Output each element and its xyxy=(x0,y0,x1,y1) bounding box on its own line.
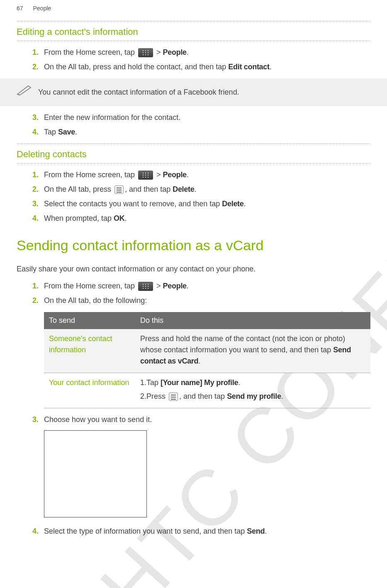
text: Tap xyxy=(44,128,58,136)
steps-vcard: 1. From the Home screen, tap > People. 2… xyxy=(32,281,370,537)
step-body: Choose how you want to send it. xyxy=(44,414,370,522)
text: . xyxy=(244,200,246,208)
step-number: 1. xyxy=(32,281,44,292)
text: From the Home screen, tap xyxy=(44,48,137,56)
text: From the Home screen, tap xyxy=(44,282,137,290)
text-bold: People xyxy=(163,48,187,56)
text: > xyxy=(154,48,163,56)
step: 3. Enter the new information for the con… xyxy=(32,112,370,123)
text-bold: Send xyxy=(247,527,265,535)
step-body: Tap Save. xyxy=(44,127,370,138)
steps-editing-cont: 3. Enter the new information for the con… xyxy=(32,112,370,138)
text: Press , and then tap Send my profile. xyxy=(146,391,283,402)
text-bold: Edit contact xyxy=(228,63,269,71)
text: . xyxy=(187,282,189,290)
screenshot-placeholder xyxy=(44,430,147,517)
step-number: 3. xyxy=(32,198,44,210)
step-number: 4. xyxy=(32,127,44,138)
table-header: To send xyxy=(44,312,135,329)
step-body: On the All tab, press and hold the conta… xyxy=(44,61,370,73)
text: > xyxy=(154,171,163,179)
text: . xyxy=(270,63,272,71)
text-bold: Send my profile xyxy=(227,392,281,400)
heading-vcard: Sending contact information as a vCard xyxy=(17,235,370,256)
text: . xyxy=(194,185,196,193)
step-body: On the All tab, do the following: To sen… xyxy=(44,295,370,411)
step: 1. From the Home screen, tap > People. xyxy=(32,169,370,181)
text: Tap xyxy=(146,378,161,387)
text: . xyxy=(198,357,200,365)
text: On the All tab, press xyxy=(44,185,113,193)
table-cell-label: Someone's contact information xyxy=(44,329,135,373)
table-row: Someone's contact information Press and … xyxy=(44,329,370,373)
step-number: 4. xyxy=(32,526,44,537)
text: . xyxy=(281,392,283,400)
svg-line-0 xyxy=(17,94,20,95)
step-number: 3. xyxy=(32,112,44,123)
section-name: People xyxy=(33,5,51,12)
note-box: You cannot edit the contact information … xyxy=(0,78,387,106)
nested-number: 1. xyxy=(140,377,146,388)
step: 2. On the All tab, press and hold the co… xyxy=(32,61,370,73)
step: 4. Tap Save. xyxy=(32,127,370,138)
step-body: On the All tab, press , and then tap Del… xyxy=(44,184,370,195)
step-body: From the Home screen, tap > People. xyxy=(44,169,370,181)
text: Select the contacts you want to remove, … xyxy=(44,200,222,208)
text-bold: People xyxy=(163,282,187,290)
subheading-deleting: Deleting contacts xyxy=(17,146,370,161)
text: . xyxy=(125,214,127,222)
text: Select the type of information you want … xyxy=(44,527,247,535)
step-body: Select the contacts you want to remove, … xyxy=(44,198,370,210)
text: , and then tap xyxy=(125,185,173,193)
text: > xyxy=(154,282,163,290)
table-header: Do this xyxy=(135,312,370,329)
step-body: When prompted, tap OK. xyxy=(44,213,370,224)
step-body: From the Home screen, tap > People. xyxy=(44,281,370,292)
text: On the All tab, press and hold the conta… xyxy=(44,63,228,71)
divider xyxy=(17,21,370,22)
text: . xyxy=(75,128,77,136)
nested-step: 2. Press , and then tap Send my profile. xyxy=(140,391,365,402)
note-text: You cannot edit the contact information … xyxy=(38,87,239,98)
text: Choose how you want to send it. xyxy=(44,415,152,424)
step: 2. On the All tab, do the following: To … xyxy=(32,295,370,411)
intro-text: Easily share your own contact informatio… xyxy=(17,264,355,275)
divider xyxy=(17,163,370,163)
text-bold: People xyxy=(163,171,187,179)
step-number: 3. xyxy=(32,414,44,425)
text: . xyxy=(265,527,267,535)
divider xyxy=(17,41,370,41)
step: 3. Select the contacts you want to remov… xyxy=(32,198,370,210)
table-row: Your contact information 1. Tap [Your na… xyxy=(44,373,370,408)
page-number: 67 xyxy=(17,5,23,12)
text-bold: OK xyxy=(114,214,124,222)
step-body: Select the type of information you want … xyxy=(44,526,370,537)
table-cell: Press and hold the name of the contact (… xyxy=(135,329,370,373)
step-number: 2. xyxy=(32,61,44,73)
apps-grid-icon xyxy=(138,48,153,57)
step-body: Enter the new information for the contac… xyxy=(44,112,370,123)
step: 1. From the Home screen, tap > People. xyxy=(32,281,370,292)
text: Tap [Your name] My profile. xyxy=(146,377,240,388)
text-bold: Save xyxy=(58,128,75,136)
steps-deleting: 1. From the Home screen, tap > People. 2… xyxy=(32,169,370,224)
page-header: 67 People xyxy=(17,4,370,20)
subheading-editing: Editing a contact's information xyxy=(17,24,370,39)
text-bold: Delete xyxy=(173,185,194,193)
text-bold: Delete xyxy=(222,200,243,208)
step-body: From the Home screen, tap > People. xyxy=(44,47,370,58)
page-content: 67 People Editing a contact's informatio… xyxy=(0,0,387,537)
apps-grid-icon xyxy=(138,282,153,291)
apps-grid-icon xyxy=(138,171,153,180)
menu-icon xyxy=(114,185,124,194)
step-number: 2. xyxy=(32,295,44,306)
step-number: 4. xyxy=(32,213,44,224)
step: 3. Choose how you want to send it. xyxy=(32,414,370,522)
step: 4. When prompted, tap OK. xyxy=(32,213,370,224)
nested-number: 2. xyxy=(140,391,146,402)
pen-icon xyxy=(17,84,32,100)
step: 4. Select the type of information you wa… xyxy=(32,526,370,537)
text: . xyxy=(238,378,240,387)
step: 2. On the All tab, press , and then tap … xyxy=(32,184,370,195)
text: When prompted, tap xyxy=(44,214,114,222)
